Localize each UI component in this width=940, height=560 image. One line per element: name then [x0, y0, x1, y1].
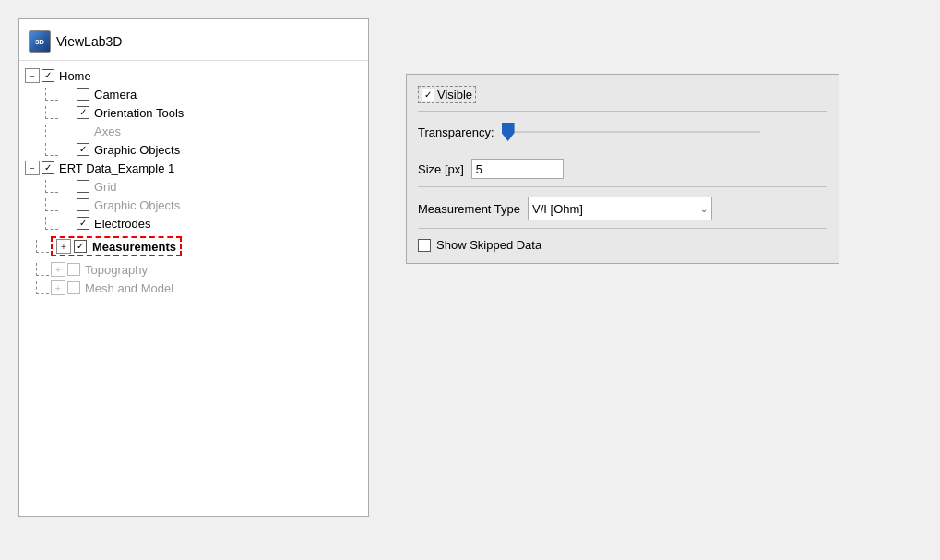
checkbox-ert[interactable] [42, 161, 54, 174]
checkbox-grid[interactable] [77, 180, 89, 193]
skip-row: Show Skipped Data [418, 238, 827, 252]
checkbox-visible[interactable] [422, 89, 434, 101]
checkbox-topography[interactable] [67, 263, 80, 276]
label-camera: Camera [91, 88, 137, 101]
measurement-type-value: V/I [Ohm] [532, 202, 583, 216]
visible-checkbox-container[interactable]: Visible [418, 86, 476, 103]
tree-item-camera[interactable]: Camera [19, 85, 368, 103]
label-mesh: Mesh and Model [82, 281, 173, 295]
checkbox-orientation[interactable] [77, 106, 89, 119]
slider-track[interactable] [502, 131, 760, 133]
label-ert: ERT Data_Example 1 [56, 161, 174, 175]
tree-header: 3D ViewLab3D [19, 27, 368, 61]
tree-item-ert[interactable]: − ERT Data_Example 1 [19, 159, 368, 177]
measurement-type-select[interactable]: V/I [Ohm] ⌄ [528, 197, 712, 220]
tree-panel: 3D ViewLab3D − Home Camera Orientation T… [18, 18, 369, 517]
size-row: Size [px] [418, 159, 827, 187]
visible-row: Visible [418, 86, 827, 112]
checkbox-electrodes[interactable] [77, 217, 89, 230]
transparency-row: Transparency: [418, 123, 827, 149]
visible-label: Visible [437, 88, 472, 101]
measurements-highlight: + Measurements [51, 236, 182, 256]
label-home: Home [56, 69, 91, 83]
checkbox-graphic-objects-1[interactable] [77, 143, 89, 156]
app-icon: 3D [29, 30, 51, 53]
checkbox-camera[interactable] [77, 88, 89, 101]
expand-measurements[interactable]: + [56, 239, 71, 254]
expand-topography[interactable]: + [51, 262, 65, 277]
label-measurements: Measurements [89, 240, 176, 254]
tree-item-topography[interactable]: + Topography [19, 260, 368, 279]
measurement-type-row: Measurement Type V/I [Ohm] ⌄ [418, 197, 827, 229]
expand-home[interactable]: − [25, 68, 40, 83]
label-topography: Topography [82, 263, 148, 277]
slider-thumb[interactable] [502, 123, 515, 141]
tree-item-home[interactable]: − Home [19, 66, 368, 85]
checkbox-measurements[interactable] [74, 240, 87, 253]
checkbox-graphic-objects-2[interactable] [77, 198, 89, 211]
checkbox-mesh[interactable] [67, 281, 80, 294]
label-graphic-objects-2: Graphic Objects [91, 198, 180, 212]
tree-item-electrodes[interactable]: Electrodes [19, 214, 368, 232]
transparency-slider-container [502, 123, 827, 141]
tree-body: − Home Camera Orientation Tools Axes [19, 65, 368, 299]
size-input[interactable] [471, 159, 564, 179]
tree-item-graphic-objects-2[interactable]: Graphic Objects [19, 196, 368, 214]
checkbox-axes[interactable] [77, 125, 89, 137]
label-orientation: Orientation Tools [91, 106, 184, 120]
tree-item-orientation[interactable]: Orientation Tools [19, 103, 368, 122]
expand-ert[interactable]: − [25, 161, 40, 175]
label-graphic-objects-1: Graphic Objects [91, 143, 180, 157]
skip-label: Show Skipped Data [436, 238, 541, 252]
tree-item-grid[interactable]: Grid [19, 177, 368, 196]
label-axes: Axes [91, 125, 121, 138]
label-grid: Grid [91, 180, 117, 194]
checkbox-home[interactable] [42, 69, 54, 82]
expand-mesh[interactable]: + [51, 280, 65, 295]
transparency-label: Transparency: [418, 125, 494, 139]
measurement-type-label: Measurement Type [418, 202, 520, 216]
size-label: Size [px] [418, 162, 464, 176]
chevron-down-icon: ⌄ [700, 204, 708, 214]
label-electrodes: Electrodes [91, 217, 150, 231]
tree-item-measurements[interactable]: + Measurements [19, 234, 368, 258]
tree-item-axes[interactable]: Axes [19, 122, 368, 140]
tree-item-graphic-objects-1[interactable]: Graphic Objects [19, 140, 368, 159]
app-title: ViewLab3D [56, 34, 122, 49]
properties-panel: Visible Transparency: Size [px] Measurem… [406, 74, 839, 264]
checkbox-skip[interactable] [418, 239, 431, 252]
tree-item-mesh[interactable]: + Mesh and Model [19, 279, 368, 297]
